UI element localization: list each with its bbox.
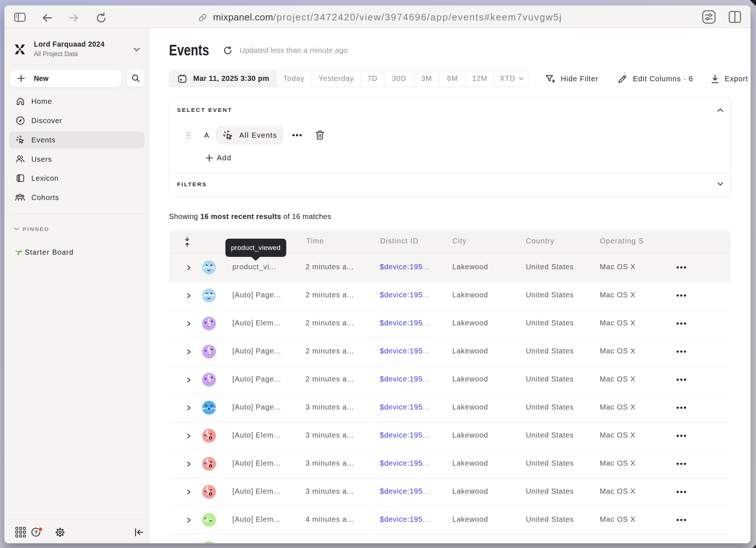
svg-text:?: ? (34, 529, 38, 535)
